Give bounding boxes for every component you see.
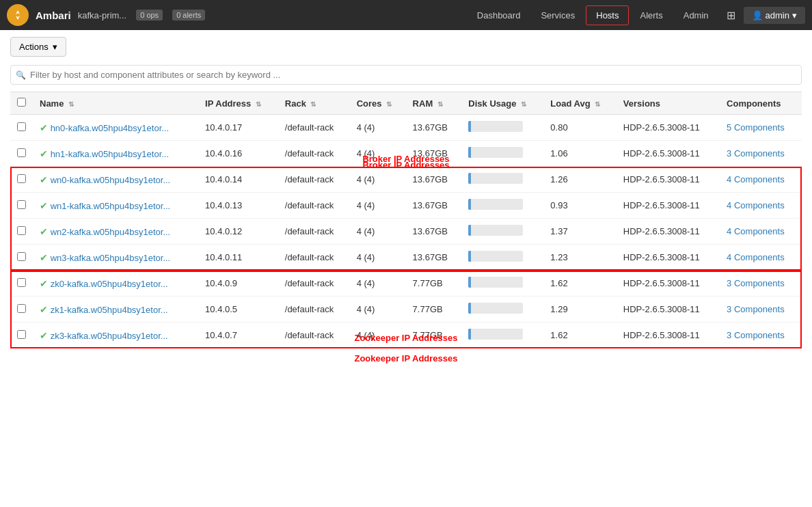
load-column-header[interactable]: Load Avg ⇅ [543,92,616,115]
components-link[interactable]: 3 Components [727,330,785,340]
ambari-logo [7,4,29,26]
rack-sort-icon: ⇅ [310,100,316,108]
cores-sort-icon: ⇅ [386,100,392,108]
hosts-table: Name ⇅ IP Address ⇅ Rack ⇅ Cores ⇅ RAM ⇅ [10,92,802,348]
status-icon: ✔ [40,252,48,263]
components-link[interactable]: 4 Components [727,252,785,262]
host-name-link[interactable]: zk3-kafka.w05hpu4bsy1etor... [51,331,168,341]
rack-column-header[interactable]: Rack ⇅ [278,92,350,115]
components-cell: 3 Components [720,323,802,348]
disk-bar [468,225,523,236]
ops-badge: 0 ops [136,10,163,20]
status-icon: ✔ [40,330,48,341]
row-checkbox-cell [10,297,33,323]
host-name-link[interactable]: wn0-kafka.w05hpu4bsy1etor... [51,175,171,185]
rack-cell: /default-rack [278,219,350,245]
components-link[interactable]: 3 Components [727,304,785,314]
disk-cell [461,167,543,193]
version-cell: HDP-2.6.5.3008-11 [617,219,720,245]
row-checkbox[interactable] [17,278,26,287]
cores-cell: 4 (4) [350,245,406,271]
disk-bar-fill [468,173,471,184]
row-checkbox[interactable] [17,252,26,261]
ram-cell: 13.67GB [406,115,462,141]
ram-column-header[interactable]: RAM ⇅ [406,92,462,115]
row-checkbox[interactable] [17,200,26,209]
table-row: ✔ zk3-kafka.w05hpu4bsy1etor... 10.4.0.7 … [10,323,802,348]
navbar: Ambari kafka-prim... 0 ops 0 alerts Dash… [0,0,812,30]
row-checkbox[interactable] [17,226,26,235]
host-name-link[interactable]: hn0-kafka.w05hpu4bsy1etor... [51,123,169,133]
row-checkbox-cell [10,193,33,219]
ip-cell: 10.4.0.13 [198,193,278,219]
ip-column-header[interactable]: IP Address ⇅ [198,92,278,115]
name-column-header[interactable]: Name ⇅ [33,92,198,115]
components-link[interactable]: 5 Components [727,122,785,133]
load-cell: 0.80 [543,115,616,141]
rack-cell: /default-rack [278,167,350,193]
host-name-cell: ✔ zk0-kafka.w05hpu4bsy1etor... [33,271,198,297]
row-checkbox-cell [10,271,33,297]
ram-cell: 13.67GB [406,245,462,271]
table-row: ✔ wn3-kafka.w05hpu4bsy1etor... 10.4.0.11… [10,245,802,271]
disk-bar-fill [468,303,471,314]
disk-bar-fill [468,225,471,236]
host-name-cell: ✔ zk1-kafka.w05hpu4bsy1etor... [33,297,198,323]
nav-dashboard[interactable]: Dashboard [468,6,530,25]
host-name-link[interactable]: wn3-kafka.w05hpu4bsy1etor... [51,253,171,263]
cores-cell: 4 (4) [350,167,406,193]
nav-admin[interactable]: Admin [674,6,718,25]
ram-cell: 13.67GB [406,219,462,245]
cores-cell: 4 (4) [350,219,406,245]
ip-cell: 10.4.0.17 [198,115,278,141]
components-cell: 3 Components [720,297,802,323]
app-name: Ambari [36,10,71,21]
components-link[interactable]: 4 Components [727,174,785,184]
nav-services[interactable]: Services [531,6,584,25]
select-all-checkbox[interactable] [17,98,26,107]
host-name-link[interactable]: zk0-kafka.w05hpu4bsy1etor... [51,279,168,289]
components-link[interactable]: 4 Components [727,226,785,236]
disk-column-header[interactable]: Disk Usage ⇅ [461,92,543,115]
row-checkbox[interactable] [17,330,26,339]
versions-column-header: Versions [617,92,720,115]
nav-hosts[interactable]: Hosts [586,5,629,25]
row-checkbox-cell [10,245,33,271]
rack-cell: /default-rack [278,245,350,271]
cores-cell: 4 (4) [350,193,406,219]
components-link[interactable]: 3 Components [727,278,785,288]
status-icon: ✔ [40,174,48,185]
host-name-link[interactable]: wn2-kafka.w05hpu4bsy1etor... [51,227,171,237]
nav-alerts[interactable]: Alerts [630,6,672,25]
disk-cell [461,271,543,297]
version-cell: HDP-2.6.5.3008-11 [617,297,720,323]
host-name-link[interactable]: wn1-kafka.w05hpu4bsy1etor... [51,201,171,211]
cores-column-header[interactable]: Cores ⇅ [350,92,406,115]
apps-grid-icon[interactable]: ⊞ [720,5,742,26]
actions-dropdown-icon: ▾ [53,42,57,52]
host-name-link[interactable]: zk1-kafka.w05hpu4bsy1etor... [51,305,168,315]
ram-cell: 7.77GB [406,297,462,323]
rack-cell: /default-rack [278,193,350,219]
load-cell: 1.62 [543,271,616,297]
dropdown-arrow-icon: ▾ [792,10,797,20]
disk-bar-fill [468,199,471,210]
row-checkbox[interactable] [17,304,26,313]
status-icon: ✔ [40,226,48,237]
status-icon: ✔ [40,200,48,211]
load-cell: 1.62 [543,323,616,348]
actions-button[interactable]: Actions ▾ [10,37,66,57]
row-checkbox[interactable] [17,122,26,131]
version-cell: HDP-2.6.5.3008-11 [617,323,720,348]
row-checkbox-cell [10,167,33,193]
components-link[interactable]: 4 Components [727,200,785,210]
select-all-header[interactable] [10,92,33,115]
components-cell: 4 Components [720,167,802,193]
load-cell: 1.37 [543,219,616,245]
admin-menu-button[interactable]: 👤 admin ▾ [744,7,805,24]
disk-bar-fill [468,251,471,262]
row-checkbox[interactable] [17,174,26,183]
load-cell: 0.93 [543,193,616,219]
search-input[interactable] [10,65,802,85]
table-row: ✔ wn1-kafka.w05hpu4bsy1etor... 10.4.0.13… [10,193,802,219]
